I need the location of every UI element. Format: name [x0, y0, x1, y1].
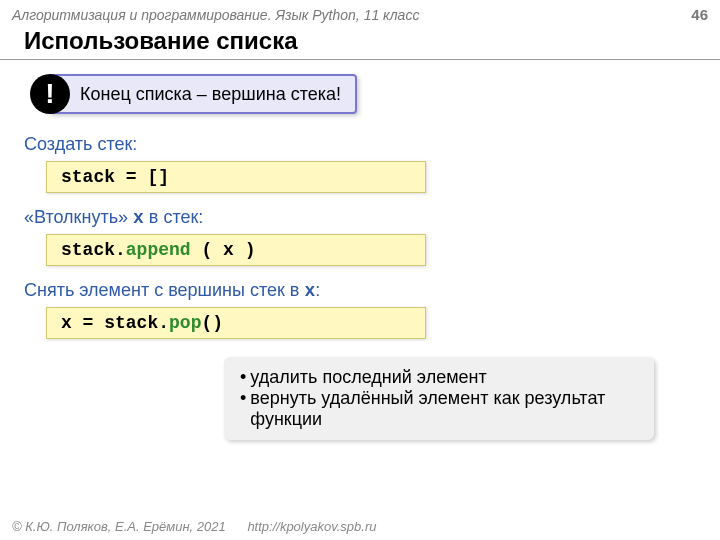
page-number: 46	[691, 6, 708, 23]
callout: ! Конец списка – вершина стека!	[30, 74, 720, 114]
info-bullet-2: • вернуть удалённый элемент как результа…	[240, 388, 638, 430]
course-name: Алгоритмизация и программирование. Язык …	[12, 7, 419, 23]
label-pop: Снять элемент с вершины стек в x:	[24, 280, 696, 301]
info-box: • удалить последний элемент • вернуть уд…	[224, 357, 654, 440]
page-title: Использование списка	[0, 25, 720, 60]
code-push-post: ( x )	[191, 240, 256, 260]
footer-url: http://kpolyakov.spb.ru	[247, 519, 376, 534]
label-push: «Втолкнуть» x в стек:	[24, 207, 696, 228]
exclamation-icon: !	[30, 74, 70, 114]
code-pop-post: ()	[201, 313, 223, 333]
label-pop-post: :	[315, 280, 320, 300]
copyright: © К.Ю. Поляков, Е.А. Ерёмин, 2021	[12, 519, 226, 534]
info-text-1: удалить последний элемент	[250, 367, 638, 388]
code-push: stack.append ( x )	[46, 234, 426, 266]
code-push-pre: stack.	[61, 240, 126, 260]
code-pop: x = stack.pop()	[46, 307, 426, 339]
label-create: Создать стек:	[24, 134, 696, 155]
callout-text: Конец списка – вершина стека!	[48, 74, 357, 114]
bullet-icon: •	[240, 388, 246, 430]
label-push-post: в стек:	[144, 207, 204, 227]
info-text-2: вернуть удалённый элемент как результат …	[250, 388, 638, 430]
label-pop-var: x	[304, 281, 315, 301]
bullet-icon: •	[240, 367, 246, 388]
code-pop-method: pop	[169, 313, 201, 333]
code-push-method: append	[126, 240, 191, 260]
header: Алгоритмизация и программирование. Язык …	[0, 0, 720, 25]
footer: © К.Ю. Поляков, Е.А. Ерёмин, 2021 http:/…	[12, 519, 376, 534]
label-pop-pre: Снять элемент с вершины стек в	[24, 280, 304, 300]
content: Создать стек: stack = [] «Втолкнуть» x в…	[0, 134, 720, 440]
label-push-pre: «Втолкнуть»	[24, 207, 133, 227]
info-bullet-1: • удалить последний элемент	[240, 367, 638, 388]
code-pop-pre: x = stack.	[61, 313, 169, 333]
code-create: stack = []	[46, 161, 426, 193]
label-push-var: x	[133, 208, 144, 228]
